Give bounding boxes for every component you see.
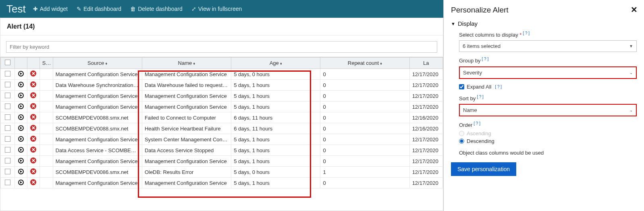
row-checkbox[interactable] xyxy=(1,101,15,112)
row-expand[interactable] xyxy=(15,167,27,178)
row-checkbox[interactable] xyxy=(1,134,15,145)
add-widget-button[interactable]: ✚Add widget xyxy=(33,6,68,12)
row-severity xyxy=(27,123,39,134)
row-expand[interactable] xyxy=(15,145,27,156)
help-icon[interactable]: [ ? ] xyxy=(474,121,480,126)
order-label: Order[ ? ] xyxy=(451,121,637,128)
table-row[interactable]: Data Warehouse Synchronization SeData Wa… xyxy=(1,80,443,91)
cell-repeat: 0 xyxy=(320,91,409,101)
table-row[interactable]: SCOMBEMPDEV0088.smx.netHealth Service He… xyxy=(1,123,443,134)
pencil-icon: ✎ xyxy=(77,6,81,12)
table-row[interactable]: Management Configuration ServiceManageme… xyxy=(1,69,443,80)
row-expand[interactable] xyxy=(15,156,27,167)
delete-dashboard-button[interactable]: 🗑Delete dashboard xyxy=(130,6,183,12)
expand-icon xyxy=(18,82,24,87)
columns-dropdown[interactable]: 6 items selected ▼ xyxy=(459,40,637,52)
cell-last: 12/17/2020 xyxy=(409,156,442,167)
table-row[interactable]: SCOMBEMPDEV0086.smx.netOleDB: Results Er… xyxy=(1,167,443,178)
table-row[interactable]: Management Configuration ServiceSystem C… xyxy=(1,134,443,145)
cell-age: 6 days, 11 hours xyxy=(231,112,320,123)
ascending-radio[interactable]: Ascending xyxy=(451,130,637,137)
help-icon[interactable]: [ ? ] xyxy=(482,57,488,61)
row-expand[interactable] xyxy=(15,69,27,80)
cell-severity-blank xyxy=(39,112,53,123)
row-expand[interactable] xyxy=(15,101,27,112)
row-expand[interactable] xyxy=(15,91,27,101)
cell-source: Data Access Service - SCOMBEMPDE xyxy=(53,145,142,156)
descending-radio[interactable]: Descending xyxy=(451,138,637,144)
sort-by-dropdown[interactable]: Name ⌄ xyxy=(459,104,637,116)
checkbox-icon xyxy=(5,60,10,65)
col-repeat[interactable]: Repeat count♦ xyxy=(320,58,409,69)
cell-severity-blank xyxy=(39,145,53,156)
edit-dashboard-button[interactable]: ✎Edit dashboard xyxy=(77,6,121,12)
expand-all-checkbox[interactable]: Expand All[ ? ] xyxy=(451,84,637,90)
select-all-header[interactable] xyxy=(1,58,15,69)
row-checkbox[interactable] xyxy=(1,80,15,91)
critical-icon xyxy=(30,147,36,153)
table-row[interactable]: Management Configuration ServiceManageme… xyxy=(1,91,443,101)
close-icon[interactable]: ✕ xyxy=(631,5,638,14)
col-age[interactable]: Age♦ xyxy=(231,58,320,69)
cell-source: Management Configuration Service xyxy=(53,178,142,188)
row-checkbox[interactable] xyxy=(1,156,15,167)
expand-icon xyxy=(18,71,24,77)
cell-source: SCOMBEMPDEV0086.smx.net xyxy=(53,167,142,178)
cell-age: 5 days, 1 hours xyxy=(231,91,320,101)
cell-last: 12/17/2020 xyxy=(409,178,442,188)
table-row[interactable]: Data Access Service - SCOMBEMPDEData Acc… xyxy=(1,145,443,156)
radio-input[interactable] xyxy=(459,131,464,136)
cell-last: 12/17/2020 xyxy=(409,69,442,80)
table-row[interactable]: Management Configuration ServiceManageme… xyxy=(1,101,443,112)
row-expand[interactable] xyxy=(15,123,27,134)
personalize-panel: Personalize Alert ✕ ▼ Display Select col… xyxy=(443,0,644,211)
expand-icon xyxy=(18,169,24,174)
table-row[interactable]: SCOMBEMPDEV0088.smx.netFailed to Connect… xyxy=(1,112,443,123)
row-checkbox[interactable] xyxy=(1,69,15,80)
row-expand[interactable] xyxy=(15,178,27,188)
select-columns-label: Select columns to display *[ ? ] xyxy=(451,31,637,38)
cell-last: 12/17/2020 xyxy=(409,80,442,91)
radio-input[interactable] xyxy=(459,139,464,144)
row-expand[interactable] xyxy=(15,112,27,123)
group-by-dropdown[interactable]: Severity ⌄ xyxy=(459,66,637,79)
cell-age: 5 days, 1 hours xyxy=(231,80,320,91)
caret-down-icon: ▼ xyxy=(629,44,633,48)
expand-icon: ⤢ xyxy=(191,6,196,12)
cell-age: 5 days, 0 hours xyxy=(231,167,320,178)
filter-input[interactable]: Filter by keyword xyxy=(6,41,437,53)
row-severity xyxy=(27,134,39,145)
cell-last: 12/17/2020 xyxy=(409,101,442,112)
sort-icon: ♦ xyxy=(105,61,107,66)
col-severity[interactable]: Sever xyxy=(39,58,53,69)
row-checkbox[interactable] xyxy=(1,112,15,123)
row-expand[interactable] xyxy=(15,80,27,91)
table-row[interactable]: Management Configuration ServiceManageme… xyxy=(1,156,443,167)
checkbox-icon xyxy=(5,169,10,174)
cell-name: System Center Management Configu xyxy=(142,134,231,145)
fullscreen-button[interactable]: ⤢View in fullscreen xyxy=(191,6,242,12)
row-checkbox[interactable] xyxy=(1,123,15,134)
col-source[interactable]: Source♦ xyxy=(53,58,142,69)
table-header-row: Sever Source♦ Name♦ Age♦ Repeat count♦ L… xyxy=(1,58,443,69)
expand-icon xyxy=(18,125,24,131)
row-checkbox[interactable] xyxy=(1,91,15,101)
row-checkbox[interactable] xyxy=(1,178,15,188)
critical-icon xyxy=(30,157,36,163)
col-last[interactable]: La xyxy=(409,58,442,69)
table-row[interactable]: Management Configuration ServiceManageme… xyxy=(1,178,443,188)
row-checkbox[interactable] xyxy=(1,167,15,178)
row-checkbox[interactable] xyxy=(1,145,15,156)
cell-source: Management Configuration Service xyxy=(53,69,142,80)
cell-name: Management Configuration Service xyxy=(142,156,231,167)
save-personalization-button[interactable]: Save personalization xyxy=(451,162,516,176)
help-icon[interactable]: [ ? ] xyxy=(495,85,502,89)
checkbox-input[interactable] xyxy=(459,84,464,89)
sort-icon: ♦ xyxy=(280,61,282,66)
cell-severity-blank xyxy=(39,167,53,178)
display-section-toggle[interactable]: ▼ Display xyxy=(451,20,637,27)
help-icon[interactable]: [ ? ] xyxy=(523,31,530,35)
help-icon[interactable]: [ ? ] xyxy=(477,95,484,99)
col-name[interactable]: Name♦ xyxy=(142,58,231,69)
row-expand[interactable] xyxy=(15,134,27,145)
